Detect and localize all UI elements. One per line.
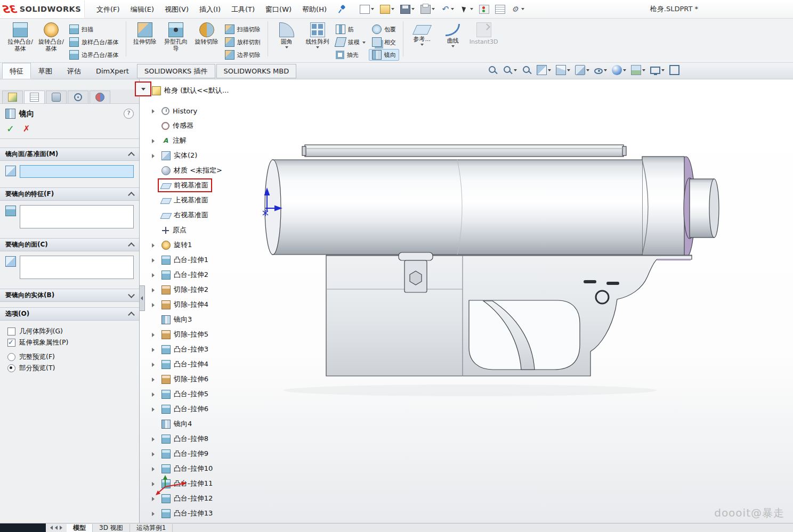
- ribbon-button[interactable]: Instant3D: [469, 20, 499, 61]
- tree-item[interactable]: 凸台-拉伸5: [152, 387, 269, 402]
- menu-item[interactable]: 工具(T): [226, 1, 260, 18]
- command-tab[interactable]: 草图: [31, 63, 60, 79]
- panel-tab[interactable]: [90, 91, 110, 103]
- ribbon-button[interactable]: 筋: [333, 23, 369, 35]
- expand-caret-icon[interactable]: [152, 316, 159, 324]
- expand-caret-icon[interactable]: [152, 331, 159, 339]
- panel-splitter-handle[interactable]: [140, 285, 145, 311]
- ribbon-button[interactable]: 圆角: [272, 20, 302, 61]
- expand-caret-icon[interactable]: [152, 390, 159, 398]
- expand-caret-icon[interactable]: [152, 361, 159, 369]
- toolbar-button[interactable]: [494, 4, 506, 15]
- tree-item[interactable]: 材质 <未指定>: [152, 163, 269, 178]
- expand-caret-icon[interactable]: [152, 465, 159, 473]
- expand-caret-icon[interactable]: [152, 122, 159, 130]
- tree-item[interactable]: 凸台-拉伸6: [152, 402, 269, 416]
- toolbar-button[interactable]: [459, 4, 474, 14]
- tree-item[interactable]: 右视基准面: [152, 208, 269, 223]
- tree-item[interactable]: 传感器: [152, 118, 269, 133]
- tree-item[interactable]: 凸台-拉伸1: [152, 252, 269, 267]
- expand-caret-icon[interactable]: [152, 226, 159, 234]
- ribbon-button[interactable]: 旋转切除: [192, 20, 222, 61]
- view-tool-button[interactable]: [503, 65, 517, 75]
- tree-item[interactable]: 实体(2): [152, 148, 269, 163]
- option-checkbox[interactable]: 几何体阵列(G): [7, 326, 68, 337]
- ribbon-button[interactable]: 包覆: [369, 23, 399, 35]
- expand-caret-icon[interactable]: [152, 346, 159, 354]
- document-view-tab[interactable]: 3D 视图: [93, 524, 130, 532]
- tree-item[interactable]: History: [152, 103, 269, 118]
- view-tool-button[interactable]: [556, 65, 570, 75]
- ribbon-button[interactable]: 镜向: [369, 49, 399, 61]
- command-tab[interactable]: 特征: [2, 63, 31, 79]
- view-tool-button[interactable]: [612, 65, 626, 75]
- faces-selection-field[interactable]: [20, 256, 134, 279]
- cancel-button[interactable]: ✗: [23, 124, 30, 134]
- panel-tab[interactable]: [68, 91, 88, 103]
- expand-caret-icon[interactable]: [152, 182, 159, 190]
- toolbar-button[interactable]: [379, 4, 395, 15]
- ribbon-button[interactable]: 扫描: [66, 23, 122, 35]
- section-header-faces[interactable]: 要镜向的面(C): [0, 238, 139, 251]
- menu-item[interactable]: 窗口(W): [260, 1, 297, 18]
- view-tool-button[interactable]: [537, 65, 551, 75]
- receiver-tube[interactable]: [265, 157, 719, 258]
- tree-item[interactable]: 镜向4: [152, 416, 269, 431]
- tree-item[interactable]: 凸台-拉伸9: [152, 446, 269, 461]
- ribbon-button[interactable]: 异型孔向导: [161, 20, 191, 61]
- tab-scroll-right-icon[interactable]: [60, 526, 62, 530]
- top-rail[interactable]: [302, 145, 626, 157]
- tree-item[interactable]: 凸台-拉伸4: [152, 357, 269, 372]
- tree-item[interactable]: 前视基准面: [152, 178, 269, 193]
- panel-tab[interactable]: [2, 91, 23, 103]
- document-view-tab[interactable]: 模型: [67, 524, 93, 532]
- view-tool-button[interactable]: [522, 65, 532, 75]
- toolbar-button[interactable]: [478, 4, 490, 15]
- tree-item[interactable]: 注解: [152, 133, 269, 148]
- ok-button[interactable]: ✓: [6, 123, 14, 134]
- view-tool-button[interactable]: [631, 65, 645, 75]
- expand-caret-icon[interactable]: [152, 301, 159, 309]
- panel-tab[interactable]: [46, 91, 67, 103]
- expand-caret-icon[interactable]: [152, 450, 159, 458]
- ribbon-button[interactable]: 放样切割: [222, 36, 264, 48]
- toolbar-button[interactable]: [419, 4, 436, 15]
- menu-item[interactable]: 文件(F): [91, 1, 125, 18]
- expand-caret-icon[interactable]: [152, 375, 159, 383]
- section-header-features[interactable]: 要镜向的特征(F): [0, 187, 139, 201]
- flyout-dropdown-icon[interactable]: [141, 88, 145, 91]
- mirror-plane-selection-field[interactable]: [20, 165, 134, 178]
- expand-caret-icon[interactable]: [152, 211, 159, 219]
- expand-caret-icon[interactable]: [152, 420, 159, 428]
- expand-caret-icon[interactable]: [152, 510, 159, 518]
- ribbon-button[interactable]: 拉伸切除: [130, 20, 160, 61]
- features-selection-field[interactable]: [20, 205, 134, 228]
- option-checkbox[interactable]: 延伸视象属性(P): [7, 337, 68, 348]
- tree-item[interactable]: 原点: [152, 223, 269, 238]
- ribbon-button[interactable]: 放样凸台/基体: [66, 36, 122, 48]
- panel-tab[interactable]: [24, 91, 45, 103]
- expand-caret-icon[interactable]: [152, 286, 159, 294]
- toolbar-button[interactable]: [440, 4, 455, 14]
- tree-item[interactable]: 切除-拉伸5: [152, 327, 269, 342]
- tree-item[interactable]: 凸台-拉伸10: [152, 461, 269, 476]
- ribbon-button[interactable]: 参考...: [407, 20, 437, 61]
- expand-caret-icon[interactable]: [152, 167, 159, 175]
- menu-item[interactable]: 编辑(E): [125, 1, 159, 18]
- tree-item[interactable]: 旋转1: [152, 238, 269, 252]
- document-view-tab[interactable]: 运动算例1: [130, 524, 173, 532]
- toolbar-button[interactable]: [359, 4, 375, 15]
- tab-scroll-buttons[interactable]: [46, 526, 67, 530]
- annotation-redbox-flyout-button[interactable]: [135, 81, 151, 96]
- view-tool-button[interactable]: [488, 65, 498, 75]
- ribbon-button[interactable]: 拔模: [333, 36, 369, 48]
- tree-item[interactable]: 凸台-拉伸2: [152, 267, 269, 282]
- view-tool-button[interactable]: [575, 65, 589, 75]
- tree-item[interactable]: 切除-拉伸2: [152, 282, 269, 297]
- menu-item[interactable]: 插入(I): [194, 1, 226, 18]
- section-header-options[interactable]: 选项(O): [0, 307, 139, 321]
- command-tab[interactable]: DimXpert: [88, 63, 136, 79]
- tree-item[interactable]: 凸台-拉伸13: [152, 506, 269, 521]
- pin-toolbar-icon[interactable]: [337, 5, 346, 13]
- ribbon-button[interactable]: 相交: [369, 36, 399, 48]
